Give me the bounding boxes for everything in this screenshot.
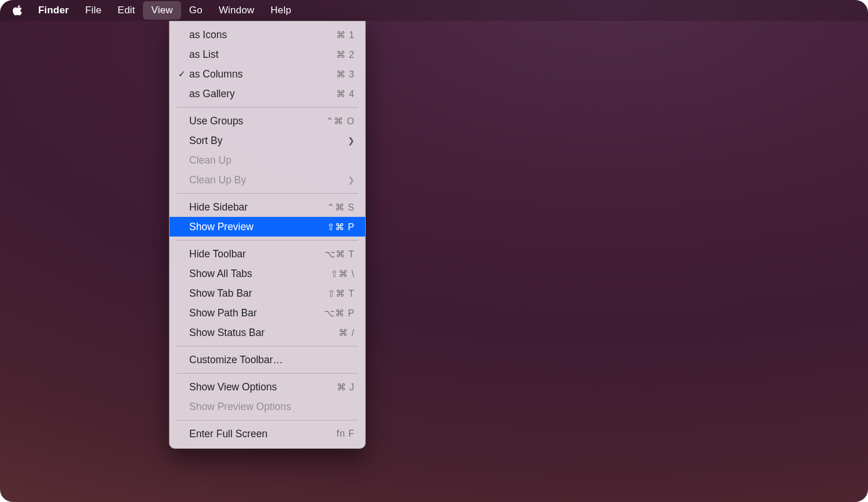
menubar-item-help[interactable]: Help <box>263 1 300 20</box>
menu-item-shortcut: ⇧⌘ T <box>328 288 355 299</box>
menu-item-shortcut: ⌘ J <box>337 382 355 393</box>
menu-item-shortcut: ⌃⌘ O <box>326 116 355 127</box>
menu-item-label: Clean Up <box>189 154 355 167</box>
menu-item-label: Show View Options <box>189 381 337 393</box>
menubar-app-name[interactable]: Finder <box>30 1 77 20</box>
menu-item[interactable]: Show Status Bar⌘ / <box>170 323 365 342</box>
menu-item[interactable]: as List⌘ 2 <box>170 45 365 64</box>
chevron-right-icon: ❯ <box>343 136 355 145</box>
menu-item-label: Show Tab Bar <box>189 287 328 300</box>
menu-item: Show Preview Options <box>170 397 365 416</box>
menu-item-label: Hide Sidebar <box>189 201 327 213</box>
menubar-item-file[interactable]: File <box>77 1 109 20</box>
menubar-item-go[interactable]: Go <box>181 1 211 20</box>
menu-item-shortcut: ⌘ 2 <box>336 49 355 60</box>
menu-item: Clean Up By❯ <box>170 170 365 190</box>
menu-item-label: as List <box>189 49 336 61</box>
menu-item-label: Show All Tabs <box>189 268 330 280</box>
menu-item-label: Show Path Bar <box>189 307 324 319</box>
menu-item-shortcut: fn F <box>336 429 355 439</box>
menu-separator <box>176 240 358 241</box>
menu-item-label: Show Preview Options <box>189 401 355 413</box>
menu-item-label: Customize Toolbar… <box>189 354 355 366</box>
menu-item[interactable]: as Gallery⌘ 4 <box>170 84 365 104</box>
menu-separator <box>176 420 358 420</box>
menu-item[interactable]: Show All Tabs⇧⌘ \ <box>170 264 365 283</box>
menu-separator <box>176 107 358 108</box>
menubar-item-edit[interactable]: Edit <box>109 1 143 20</box>
menu-item[interactable]: as Icons⌘ 1 <box>170 25 365 45</box>
menubar: Finder File Edit View Go Window Help <box>0 0 868 21</box>
menu-item[interactable]: Customize Toolbar… <box>170 350 365 370</box>
menu-item[interactable]: Show Preview⇧⌘ P <box>170 217 365 237</box>
menu-item-shortcut: ⌥⌘ P <box>324 308 355 319</box>
menu-item-shortcut: ⌘ / <box>339 327 355 338</box>
apple-logo-icon[interactable] <box>10 5 30 16</box>
menu-item-shortcut: ⌃⌘ S <box>327 202 355 213</box>
menu-item-shortcut: ⇧⌘ P <box>327 222 355 232</box>
menu-separator <box>176 193 358 194</box>
menu-item[interactable]: Sort By❯ <box>170 131 365 150</box>
menu-item-label: Sort By <box>189 135 343 147</box>
chevron-right-icon: ❯ <box>343 175 355 184</box>
checkmark-icon: ✓ <box>174 69 189 79</box>
menu-item: Clean Up <box>170 150 365 170</box>
menu-item-label: as Icons <box>189 29 336 41</box>
menu-item-shortcut: ⌘ 1 <box>336 29 355 40</box>
menu-item-label: Clean Up By <box>189 174 343 186</box>
menu-item-label: Hide Toolbar <box>189 248 325 260</box>
menu-item[interactable]: Enter Full Screenfn F <box>170 424 365 444</box>
menu-item[interactable]: Show Tab Bar⇧⌘ T <box>170 283 365 303</box>
menu-item[interactable]: Show View Options⌘ J <box>170 377 365 397</box>
menu-item-label: as Gallery <box>189 88 336 100</box>
menu-item-label: Show Status Bar <box>189 327 339 339</box>
menu-item-shortcut: ⌥⌘ T <box>325 249 355 260</box>
menu-item-shortcut: ⇧⌘ \ <box>330 268 355 279</box>
menu-item-shortcut: ⌘ 3 <box>336 69 355 80</box>
menu-separator <box>176 373 358 374</box>
view-menu-dropdown: as Icons⌘ 1as List⌘ 2✓as Columns⌘ 3as Ga… <box>169 21 366 449</box>
menu-item[interactable]: ✓as Columns⌘ 3 <box>170 64 365 84</box>
menu-item-shortcut: ⌘ 4 <box>336 88 355 99</box>
menu-item[interactable]: Hide Sidebar⌃⌘ S <box>170 197 365 217</box>
menu-separator <box>176 346 358 346</box>
menu-item[interactable]: Use Groups⌃⌘ O <box>170 111 365 131</box>
menu-item-label: Enter Full Screen <box>189 428 336 440</box>
menu-item-label: Show Preview <box>189 221 327 233</box>
menu-item-label: as Columns <box>189 68 336 80</box>
desktop: Finder File Edit View Go Window Help as … <box>0 0 868 502</box>
menubar-item-view[interactable]: View <box>143 1 181 20</box>
menu-item-label: Use Groups <box>189 115 326 127</box>
menu-item[interactable]: Hide Toolbar⌥⌘ T <box>170 244 365 264</box>
menu-item[interactable]: Show Path Bar⌥⌘ P <box>170 303 365 323</box>
menubar-item-window[interactable]: Window <box>211 1 263 20</box>
